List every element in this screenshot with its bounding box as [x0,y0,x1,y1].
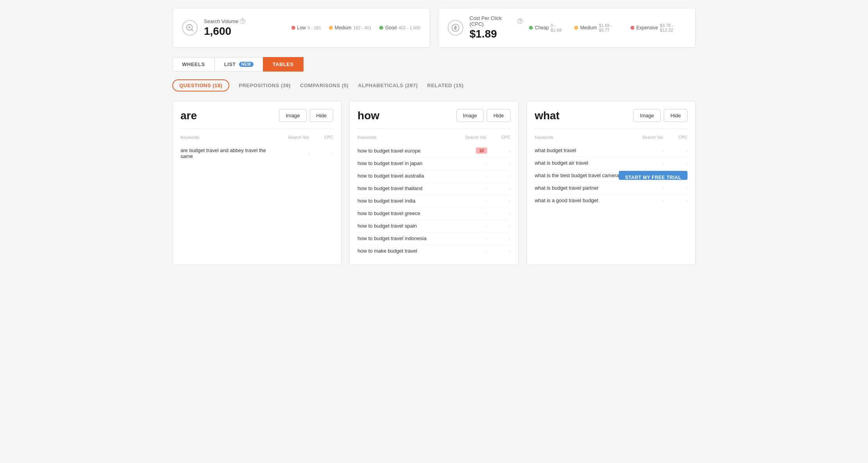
keyword-text: how to budget travel in japan [357,160,455,166]
keyword-vol: - [456,223,487,229]
keyword-text: what is budget air travel [535,160,633,166]
table-row: how to make budget travel - - [357,245,510,257]
keyword-text: how to budget travel india [357,198,455,204]
table-row: how to budget travel greece - - [357,207,510,220]
legend-good: Good 402 - 1,600 [379,25,420,31]
keyword-text: how to budget travel europe [357,148,455,154]
col-cpc: CPC [310,135,333,140]
col-search-vol-what: Search Vol. [633,135,664,140]
search-volume-info: Search Volume ? 1,600 [204,18,245,38]
tab-wheels[interactable]: WHEELS [172,57,215,72]
table-row: are budget travel and abbey travel the s… [180,144,333,162]
card-how-buttons: Image Hide [456,109,511,122]
card-are-image-btn[interactable]: Image [279,109,306,122]
card-are-header: are Image Hide [180,109,333,122]
keyword-cpc: - [664,160,688,166]
search-volume-icon [182,20,198,36]
legend-cheap: Cheap 0 - $1.68 [529,23,566,32]
keyword-cpc: - [487,173,511,179]
col-search-vol: Search Vol. [279,135,310,140]
col-search-vol-how: Search Vol. [456,135,487,140]
cpc-card: Cost Per Click (CPC) ? $1.89 Cheap 0 - $… [438,8,696,48]
filter-comparisons[interactable]: COMPARISONS (5) [300,80,348,91]
search-volume-legend: Low 0 - 181 Medium 182 - 401 Good 402 - … [291,25,420,31]
card-what-divider [535,128,688,129]
card-how-header: how Image Hide [357,109,510,122]
keyword-vol: 10 [456,147,487,154]
keyword-cpc: - [664,185,688,191]
table-row: what is a good travel budget - - [535,194,688,206]
cpc-help-icon[interactable]: ? [518,18,523,24]
card-are-hide-btn[interactable]: Hide [310,109,334,122]
card-what-image-btn[interactable]: Image [633,109,661,122]
keyword-card-how: how Image Hide Keywords Search Vol. CPC … [349,101,518,265]
tab-list[interactable]: LIST NEW [214,57,263,72]
keyword-cpc: - [487,235,511,241]
table-row: how to budget travel europe 10 - [357,144,510,157]
keyword-text: how to budget travel australia [357,173,455,179]
keyword-cpc: - [664,147,688,153]
filter-tabs: QUESTIONS (18) PREPOSITIONS (39) COMPARI… [172,79,696,92]
keyword-text: are budget travel and abbey travel the s… [180,147,279,159]
keyword-text: how to budget travel spain [357,223,455,229]
filter-related[interactable]: RELATED (15) [427,80,464,91]
keyword-vol: - [456,185,487,191]
keyword-cpc: - [487,198,511,204]
filter-alphabeticals[interactable]: ALPHABETICALS (297) [358,80,418,91]
filter-questions[interactable]: QUESTIONS (18) [172,79,229,92]
col-cpc-how: CPC [487,135,511,140]
keyword-cpc: - [487,148,511,154]
table-row: how to budget travel spain - - [357,220,510,232]
start-trial-button[interactable]: START MY FREE TRIAL [619,171,688,180]
keyword-card-are: are Image Hide Keywords Search Vol. CPC … [172,101,341,265]
tab-tables[interactable]: TABLES [263,57,304,72]
table-row: how to budget travel australia - - [357,170,510,182]
card-what-table-header: Keywords Search Vol. CPC [535,133,688,141]
keyword-vol: - [633,147,664,153]
search-volume-help-icon[interactable]: ? [240,18,245,24]
col-cpc-what: CPC [664,135,688,140]
keyword-card-what: what Image Hide Keywords Search Vol. CPC… [527,101,696,265]
table-row: what is the best budget travel camera - … [535,169,688,182]
card-are-table-header: Keywords Search Vol. CPC [180,133,333,141]
table-row: what budget travel - - [535,144,688,157]
keyword-cpc: - [487,160,511,166]
card-how-divider [357,128,510,129]
keyword-cpc: - [487,185,511,191]
keyword-cards-grid: are Image Hide Keywords Search Vol. CPC … [172,101,696,265]
legend-medium-vol-dot [329,26,333,30]
search-volume-card: Search Volume ? 1,600 Low 0 - 181 Medium… [172,8,430,48]
keyword-vol: - [633,160,664,166]
col-keywords: Keywords [180,135,279,140]
keyword-vol: - [456,198,487,204]
cpc-info: Cost Per Click (CPC) ? $1.89 [470,15,523,40]
card-what-header: what Image Hide [535,109,688,122]
card-what-hide-btn[interactable]: Hide [664,109,688,122]
keyword-text: how to budget travel indonesia [357,235,455,241]
keyword-text: what is budget travel partner [535,185,633,191]
keyword-vol: - [456,160,487,166]
keyword-vol: - [456,173,487,179]
card-what-buttons: Image Hide [633,109,688,122]
keyword-vol: - [633,197,664,203]
card-how-word: how [357,109,379,122]
cpc-icon [448,20,463,36]
keyword-text: what budget travel [535,147,633,153]
col-keywords-how: Keywords [357,135,455,140]
keyword-vol: - [456,210,487,216]
legend-low-dot [291,26,295,30]
card-how-image-btn[interactable]: Image [456,109,484,122]
keyword-vol: - [456,248,487,254]
card-how-hide-btn[interactable]: Hide [487,109,511,122]
filter-prepositions[interactable]: PREPOSITIONS (39) [239,80,291,91]
legend-medium-cpc-dot [574,26,578,30]
stats-bar: Search Volume ? 1,600 Low 0 - 181 Medium… [172,8,696,48]
keyword-text: how to make budget travel [357,248,455,254]
list-new-badge: NEW [239,62,254,67]
keyword-vol: - [279,151,310,156]
view-tabs: WHEELS LIST NEW TABLES [172,57,696,72]
keyword-cpc: - [310,151,333,156]
legend-expensive-dot [630,26,634,30]
keyword-text: what is a good travel budget [535,197,633,203]
keyword-text: how to budget travel thailand [357,185,455,191]
